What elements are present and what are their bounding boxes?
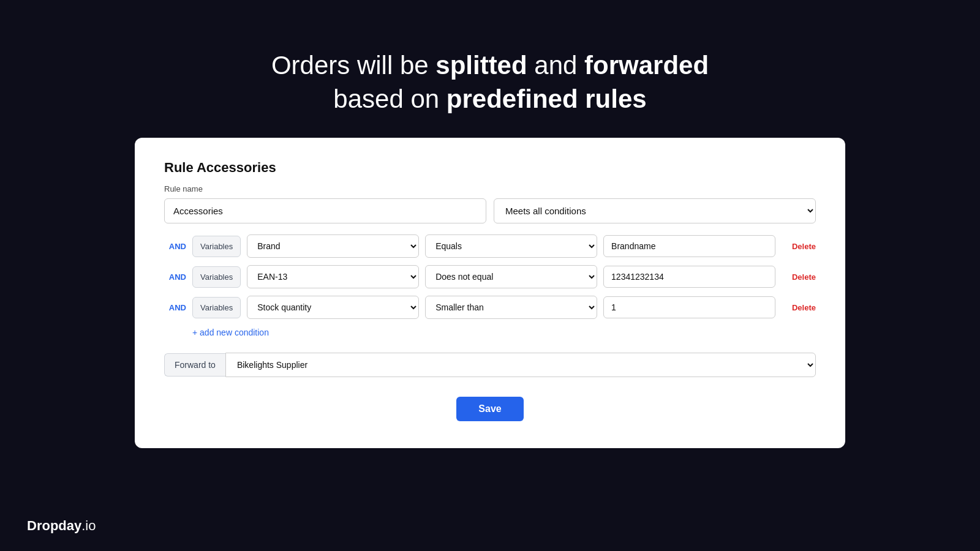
- footer-brand-tld: .io: [81, 518, 96, 533]
- delete-button[interactable]: Delete: [782, 272, 816, 282]
- save-button[interactable]: Save: [456, 397, 523, 421]
- condition-row: ANDVariablesBrandEAN-13Stock quantitySKU…: [164, 296, 816, 319]
- value-input[interactable]: [603, 235, 775, 257]
- condition-row: ANDVariablesBrandEAN-13Stock quantitySKU…: [164, 265, 816, 288]
- hero-line2: based on predefined rules: [271, 83, 709, 116]
- value-input[interactable]: [603, 266, 775, 288]
- hero-text-and: and: [527, 51, 584, 80]
- forward-wrapper: Forward to Bikelights SupplierMain Wareh…: [164, 353, 816, 377]
- forward-to-label: Forward to: [164, 353, 225, 377]
- rule-card: Rule Accessories Rule name Meets all con…: [135, 138, 845, 448]
- variables-badge: Variables: [192, 236, 241, 257]
- rule-header-row: Meets all conditionsMeets any condition: [164, 198, 816, 223]
- card-title: Rule Accessories: [164, 160, 816, 176]
- add-condition-link[interactable]: + add new condition: [192, 328, 269, 337]
- condition-type-select[interactable]: Meets all conditionsMeets any condition: [494, 198, 816, 223]
- condition-row: ANDVariablesBrandEAN-13Stock quantitySKU…: [164, 234, 816, 258]
- forward-to-select[interactable]: Bikelights SupplierMain WarehousePartner…: [225, 353, 816, 377]
- delete-button[interactable]: Delete: [782, 242, 816, 251]
- rule-name-label: Rule name: [164, 184, 816, 193]
- and-label: AND: [164, 272, 186, 282]
- operator-select[interactable]: EqualsDoes not equalContainsSmaller than…: [425, 265, 597, 288]
- hero-bold-forwarded: forwarded: [584, 51, 709, 80]
- save-row: Save: [164, 397, 816, 421]
- operator-select[interactable]: EqualsDoes not equalContainsSmaller than…: [425, 234, 597, 258]
- conditions-section: ANDVariablesBrandEAN-13Stock quantitySKU…: [164, 234, 816, 319]
- delete-button[interactable]: Delete: [782, 303, 816, 312]
- hero-section: Orders will be splitted and forwarded ba…: [271, 49, 709, 116]
- and-label: AND: [164, 242, 186, 251]
- and-label: AND: [164, 303, 186, 312]
- footer-brand-name: Dropday: [27, 518, 81, 533]
- hero-bold-splitted: splitted: [435, 51, 527, 80]
- operator-select[interactable]: EqualsDoes not equalContainsSmaller than…: [425, 296, 597, 319]
- field-select[interactable]: BrandEAN-13Stock quantitySKUPrice: [247, 296, 419, 319]
- value-input[interactable]: [603, 296, 775, 318]
- hero-text-based: based on: [333, 84, 447, 113]
- hero-text-orders: Orders will be: [271, 51, 435, 80]
- hero-bold-rules: predefined rules: [447, 84, 647, 113]
- forward-row: Forward to Bikelights SupplierMain Wareh…: [164, 353, 816, 377]
- hero-line1: Orders will be splitted and forwarded: [271, 49, 709, 83]
- footer-brand: Dropday.io: [27, 518, 96, 534]
- rule-name-input[interactable]: [164, 198, 486, 223]
- variables-badge: Variables: [192, 297, 241, 318]
- field-select[interactable]: BrandEAN-13Stock quantitySKUPrice: [247, 234, 419, 258]
- field-select[interactable]: BrandEAN-13Stock quantitySKUPrice: [247, 265, 419, 288]
- variables-badge: Variables: [192, 266, 241, 288]
